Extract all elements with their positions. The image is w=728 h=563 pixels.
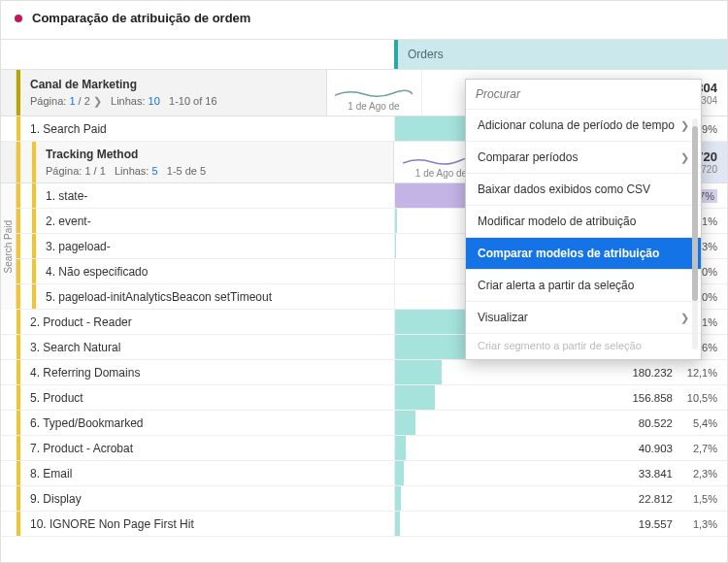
context-search-input[interactable]	[476, 87, 691, 101]
row-label: 7. Product - Acrobat	[20, 442, 133, 455]
menu-item-label: Comparar modelos de atribuição	[478, 247, 659, 260]
row-pct: 2,7%	[678, 443, 717, 454]
context-menu-item-cutoff[interactable]: Criar segmento a partir de seleção	[466, 334, 701, 359]
panel-title: Comparação de atribuição de ordem	[32, 11, 250, 25]
row-pct: 10,5%	[678, 392, 717, 404]
accent-bar	[17, 209, 20, 233]
bar-cell	[394, 411, 489, 435]
dimension-pagination: Página: 1 / 2 ❯ Linhas: 10 1-10 of 16	[30, 95, 316, 108]
row-label: 6. Typed/Bookmarked	[20, 416, 144, 430]
orders-column-header[interactable]: Orders	[394, 40, 727, 69]
value-cell: 80.5225,4%	[489, 411, 727, 435]
value-cell: 180.23212,1%	[489, 360, 727, 384]
row-value: 156.858	[622, 392, 673, 404]
value-cell: 22.8121,5%	[489, 486, 727, 511]
bar-cell	[394, 512, 489, 536]
chevron-right-icon: ❯	[680, 312, 689, 324]
bar-cell	[394, 436, 489, 460]
rows-count[interactable]: 10	[149, 95, 160, 107]
dimension-title: Tracking Method	[46, 148, 383, 161]
gutter	[1, 142, 17, 182]
row-label: 5. pageload-initAnalyticsBeacon setTimeo…	[36, 290, 272, 304]
accent-bar	[17, 259, 20, 283]
chevron-right-icon: ❯	[680, 119, 689, 132]
pages-label: Página:	[46, 165, 82, 177]
rows-label: Linhas:	[115, 165, 149, 177]
dimension-header-content: Canal de Marketing Página: 1 / 2 ❯ Linha…	[17, 70, 326, 116]
context-scrollbar[interactable]	[692, 118, 698, 349]
metric-header-row: Orders	[1, 39, 727, 70]
bar-cell	[394, 385, 489, 410]
pages-label: Página:	[30, 95, 66, 107]
accent-bar	[17, 183, 20, 208]
page-current[interactable]: 1	[69, 95, 75, 107]
bar-cell	[394, 360, 489, 384]
attribution-panel: Comparação de atribuição de ordem Orders…	[0, 0, 728, 563]
row-label: 9. Display	[20, 492, 82, 506]
table-row[interactable]: 7. Product - Acrobat40.9032,7%	[1, 436, 727, 461]
table-row[interactable]: 10. IGNORE Non Page First Hit19.5571,3%	[1, 512, 727, 537]
rows-label: Linhas:	[111, 95, 145, 107]
context-menu-item[interactable]: Comparar períodos❯	[466, 142, 701, 173]
row-label: 4. Não especificado	[36, 265, 148, 279]
row-value: 33.841	[622, 468, 673, 480]
row-label: 8. Email	[20, 467, 72, 480]
row-label: 1. Search Paid	[20, 122, 107, 136]
vertical-label-gutter: Search Paid	[1, 183, 17, 310]
row-pct: 2,3%	[678, 468, 717, 480]
value-cell: 19.5571,3%	[489, 512, 727, 536]
row-value: 180.232	[622, 367, 673, 379]
context-menu-item[interactable]: Baixar dados exibidos como CSV	[466, 174, 701, 205]
value-cell: 40.9032,7%	[489, 436, 727, 460]
rows-range: 1-5 de 5	[167, 165, 206, 177]
value-cell: 156.85810,5%	[489, 385, 727, 410]
table-row[interactable]: 4. Referring Domains180.23212,1%	[1, 360, 727, 385]
context-menu-item[interactable]: Adicionar coluna de período de tempo❯	[466, 110, 701, 141]
accent-bar	[17, 234, 20, 258]
context-menu-item[interactable]: Visualizar❯	[466, 302, 701, 333]
rows-count[interactable]: 5	[152, 165, 158, 177]
table-row[interactable]: 9. Display22.8121,5%	[1, 486, 727, 512]
accent-bar	[17, 284, 20, 309]
menu-item-label: Modificar modelo de atribuição	[478, 215, 636, 228]
page-total: 2	[84, 95, 90, 107]
sparkline-icon	[335, 85, 413, 101]
table-row[interactable]: 8. Email33.8412,3%	[1, 461, 727, 486]
row-label: 2. event-	[36, 215, 91, 228]
page-sep: /	[79, 95, 82, 107]
row-value: 22.812	[622, 493, 673, 505]
context-menu-item[interactable]: Modificar modelo de atribuição	[466, 206, 701, 237]
chevron-right-icon: ❯	[680, 151, 689, 164]
dimension-title: Canal de Marketing	[30, 78, 316, 91]
row-pct: 1,5%	[678, 493, 717, 505]
row-pct: 12,1%	[678, 367, 717, 379]
context-search	[466, 80, 701, 109]
row-value: 80.522	[622, 417, 673, 429]
row-label: 10. IGNORE Non Page First Hit	[20, 517, 194, 531]
vertical-label: Search Paid	[3, 218, 14, 275]
spark-date: 1 de Ago de	[415, 168, 467, 179]
table-row[interactable]: 5. Product156.85810,5%	[1, 385, 727, 411]
menu-item-label: Visualizar	[478, 311, 528, 324]
row-label: 3. pageload-	[36, 240, 111, 253]
row-pct: 5,4%	[678, 417, 717, 429]
row-value: 40.903	[622, 443, 673, 454]
bar-cell	[394, 486, 489, 511]
context-menu-item[interactable]: Criar alerta a partir da seleção	[466, 270, 701, 301]
panel-header: Comparação de atribuição de ordem	[1, 1, 727, 39]
row-label: 4. Referring Domains	[20, 366, 140, 380]
table-row[interactable]: 6. Typed/Bookmarked80.5225,4%	[1, 411, 727, 436]
row-label: 5. Product	[20, 391, 83, 405]
rows-range: 1-10 of 16	[169, 95, 217, 107]
menu-item-label: Criar alerta a partir da seleção	[478, 279, 634, 292]
context-menu-item[interactable]: Comparar modelos de atribuição	[466, 238, 701, 269]
row-label: 2. Product - Reader	[20, 315, 132, 329]
metric-header-left-spacer	[1, 40, 394, 69]
context-menu[interactable]: Adicionar coluna de período de tempo❯Com…	[465, 79, 702, 360]
gutter	[1, 70, 17, 116]
spark-date: 1 de Ago de	[347, 101, 399, 112]
scrollbar-thumb[interactable]	[692, 126, 698, 301]
row-label: 1. state-	[36, 189, 87, 203]
menu-item-label: Comparar períodos	[478, 150, 578, 164]
page-next-icon[interactable]: ❯	[93, 95, 105, 107]
